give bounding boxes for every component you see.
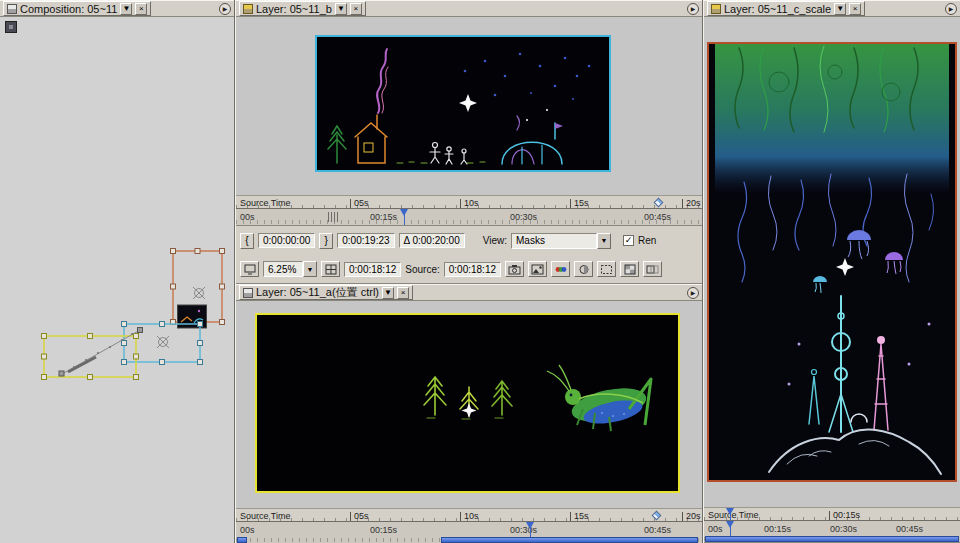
region-of-interest-button[interactable] xyxy=(597,261,616,277)
layer-b-source-ruler[interactable]: Source Time 05s 10s 15s 20s xyxy=(236,195,702,209)
ruler-tick: 05s xyxy=(354,511,369,521)
panel-menu-arrow-icon: ▶ xyxy=(949,5,954,12)
layer-b-viewer[interactable] xyxy=(236,17,702,195)
panel-menu-button[interactable]: ▶ xyxy=(219,3,231,15)
nav-tick: 00:15s xyxy=(370,212,397,222)
set-out-point-button[interactable]: } xyxy=(319,233,333,249)
motion-path[interactable] xyxy=(59,328,143,377)
panel-menu-button[interactable]: ▶ xyxy=(687,3,699,15)
work-area-bar[interactable] xyxy=(237,537,247,543)
close-icon: × xyxy=(401,289,406,297)
alpha-icon xyxy=(578,264,590,275)
nav-tick: 00s xyxy=(708,524,723,534)
camera-icon xyxy=(508,264,521,275)
layer-c-artwork xyxy=(709,44,955,480)
composition-viewer[interactable] xyxy=(0,17,234,543)
tab-close-button[interactable]: × xyxy=(397,287,409,299)
dropdown-glyph: ▼ xyxy=(601,237,608,244)
composition-wireframes xyxy=(0,17,234,543)
layer-b-tab[interactable]: Layer: 05~11_b ▼ × xyxy=(239,1,366,16)
checkerboard-icon xyxy=(624,264,636,275)
layer-c-tab[interactable]: Layer: 05~11_c_scale ▼ × xyxy=(707,1,865,16)
magnification-value: 6.25% xyxy=(263,261,303,277)
source-time-field[interactable]: 0:00:18:12 xyxy=(444,262,501,277)
ruler-tick: 20s xyxy=(686,511,701,521)
navigator-handle[interactable] xyxy=(328,212,339,222)
composition-tab[interactable]: Composition: 05~11 ▼ × xyxy=(3,1,151,16)
work-area-bar[interactable] xyxy=(705,536,959,542)
view-dropdown[interactable]: Masks ▼ xyxy=(511,233,611,249)
layer-c-viewer[interactable] xyxy=(704,17,960,507)
layer-b-time-navigator[interactable]: 00s 00:15s 00:30s 00:45s xyxy=(236,209,702,226)
layer-a-titlebar: Layer: 05~11_a(位置 ctrl) ▼ × ▶ xyxy=(236,284,702,301)
layer-a-source-ruler[interactable]: Source Time 05s 10s 15s 20s xyxy=(236,508,702,522)
pixel-aspect-button[interactable] xyxy=(643,261,662,277)
pixel-aspect-icon xyxy=(646,264,659,275)
composition-panel: Composition: 05~11 ▼ × ▶ xyxy=(0,0,234,543)
nav-tick: 00:30s xyxy=(510,212,537,222)
layer-c-source-ruler[interactable]: Source Time 00:15s xyxy=(704,507,960,521)
duration-field[interactable]: Δ 0:00:20:00 xyxy=(399,233,465,248)
tab-close-button[interactable]: × xyxy=(135,3,147,15)
in-time-field[interactable]: 0:00:00:00 xyxy=(258,233,315,248)
chevron-down-icon: ▼ xyxy=(597,233,611,249)
panel-menu-button[interactable]: ▶ xyxy=(687,287,699,299)
render-checkbox[interactable]: ✓ xyxy=(623,235,634,246)
layer-c-titlebar: Layer: 05~11_c_scale ▼ × ▶ xyxy=(704,0,960,17)
nav-tick: 00:15s xyxy=(764,524,791,534)
anchor-point-icon[interactable] xyxy=(157,336,169,348)
tab-dropdown-button[interactable]: ▼ xyxy=(382,287,394,299)
layer-c-time-navigator[interactable]: 00s 00:15s 00:30s 00:45s xyxy=(704,521,960,543)
layer-c-canvas[interactable] xyxy=(707,42,957,482)
chevron-down-icon: ▼ xyxy=(303,261,317,277)
magnification-dropdown[interactable]: 6.25% ▼ xyxy=(263,261,317,277)
preview-screen-button[interactable] xyxy=(240,261,259,277)
viewer-options-icon[interactable] xyxy=(5,21,17,33)
chevron-down-icon: ▼ xyxy=(122,5,130,13)
current-time-field[interactable]: 0:00:18:12 xyxy=(344,262,401,277)
current-time-indicator[interactable] xyxy=(730,508,731,520)
snapshot-camera-button[interactable] xyxy=(505,261,524,277)
layer-b-panel: Layer: 05~11_b ▼ × ▶ xyxy=(236,0,702,283)
lock-icon xyxy=(243,4,253,14)
photo-icon xyxy=(531,264,544,275)
close-icon: × xyxy=(139,5,144,13)
tab-close-button[interactable]: × xyxy=(849,3,861,15)
layer-a-tab[interactable]: Layer: 05~11_a(位置 ctrl) ▼ × xyxy=(239,285,413,300)
layer-a-time-navigator[interactable]: 00s 00:15s 00:30s 00:45s xyxy=(236,522,702,543)
set-in-point-button[interactable]: { xyxy=(240,233,254,249)
layer-a-canvas[interactable] xyxy=(255,313,680,493)
layer-b-artwork xyxy=(317,37,609,170)
layer-a-viewer[interactable] xyxy=(236,301,702,508)
ruler-tick: 10s xyxy=(464,511,479,521)
layer-b-canvas[interactable] xyxy=(315,35,611,172)
close-icon: × xyxy=(853,5,858,13)
anchor-point-icon[interactable] xyxy=(193,287,205,299)
in-bracket-glyph: { xyxy=(245,235,248,246)
panel-menu-button[interactable]: ▶ xyxy=(945,3,957,15)
tab-dropdown-button[interactable]: ▼ xyxy=(335,3,347,15)
out-time-field[interactable]: 0:00:19:23 xyxy=(337,233,394,248)
layer-b-viewer-controls: 6.25% ▼ 0:00:18:12 Source: 0:00:18:12 xyxy=(236,255,702,283)
panel-menu-arrow-icon: ▶ xyxy=(691,289,696,296)
tab-dropdown-button[interactable]: ▼ xyxy=(120,3,132,15)
nav-tick: 00:45s xyxy=(644,212,671,222)
ruler-tick: 15s xyxy=(574,511,589,521)
layer-a-panel: Layer: 05~11_a(位置 ctrl) ▼ × ▶ xyxy=(236,283,702,543)
view-label: View: xyxy=(483,235,507,246)
work-area-bar[interactable] xyxy=(441,537,698,543)
show-snapshot-button[interactable] xyxy=(528,261,547,277)
ruler-tick: 10s xyxy=(464,198,479,208)
safe-zones-button[interactable] xyxy=(321,261,340,277)
tab-close-button[interactable]: × xyxy=(350,3,362,15)
current-time-indicator[interactable] xyxy=(404,209,405,225)
ruler-minor-ticks xyxy=(236,220,702,224)
panel-menu-arrow-icon: ▶ xyxy=(691,5,696,12)
transparency-grid-button[interactable] xyxy=(620,261,639,277)
rgb-channels-button[interactable] xyxy=(551,261,570,277)
composition-tab-title: Composition: 05~11 xyxy=(20,3,117,15)
alpha-channel-button[interactable] xyxy=(574,261,593,277)
tab-dropdown-button[interactable]: ▼ xyxy=(834,3,846,15)
chevron-down-icon: ▼ xyxy=(337,5,345,13)
nav-tick: 00s xyxy=(240,212,255,222)
